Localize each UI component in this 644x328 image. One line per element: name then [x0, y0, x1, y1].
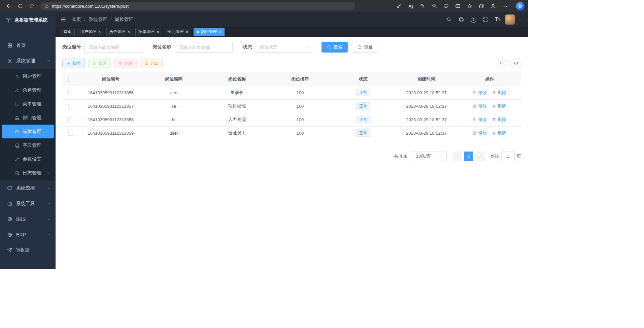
close-icon[interactable]: ×: [128, 30, 130, 34]
fullscreen-button[interactable]: [481, 15, 490, 24]
heart-pulse-icon: [443, 3, 449, 9]
url-text: https://ccnetcore.com:1101/system/post: [52, 4, 129, 9]
chevron-right-icon: [478, 154, 482, 158]
fullscreen-icon: [483, 17, 488, 22]
back-icon: [6, 3, 12, 9]
next-page-button[interactable]: [475, 152, 485, 161]
sidebar-item-erp[interactable]: ERP: [0, 227, 56, 242]
sidebar-item-monitoring[interactable]: 系统监控: [0, 181, 56, 196]
page-size-select[interactable]: 10条/页: [412, 152, 447, 161]
delete-button[interactable]: 删除: [114, 59, 137, 68]
export-button[interactable]: 导出: [140, 59, 163, 68]
post-code-input[interactable]: [84, 42, 142, 53]
sidebar-item-bbs[interactable]: BBS: [0, 211, 56, 227]
prev-page-button[interactable]: [452, 152, 462, 161]
sidebar-item-departments[interactable]: 部门管理: [0, 111, 56, 125]
collections-button[interactable]: [476, 1, 487, 11]
add-favorite-button[interactable]: [429, 1, 440, 11]
add-button[interactable]: 新增: [62, 59, 85, 68]
row-delete-link[interactable]: 删除: [492, 117, 506, 123]
browser-menu-button[interactable]: ⋯: [500, 1, 510, 11]
page-content: 岗位编号 岗位名称 状态 岗位状态: [56, 37, 528, 269]
tab-department-management[interactable]: 部门管理 ×: [165, 28, 192, 36]
user-avatar[interactable]: [505, 14, 515, 25]
sidebar-item-parameters[interactable]: 参数设置: [0, 152, 56, 166]
table-row: 1641030593112313856 ceo 董事长 100 正常 2023-…: [62, 86, 521, 99]
goto-page-input[interactable]: [501, 152, 515, 161]
row-delete-link[interactable]: 删除: [492, 90, 506, 96]
tab-home[interactable]: 首页: [61, 28, 75, 36]
breadcrumb-home[interactable]: 首页: [72, 17, 81, 23]
select-all-checkbox[interactable]: [68, 77, 73, 82]
breadcrumb: 首页 / 系统管理 / 岗位管理: [72, 17, 134, 23]
close-icon[interactable]: ×: [98, 30, 101, 34]
row-edit-link[interactable]: 修改: [473, 130, 487, 136]
row-checkbox[interactable]: [68, 131, 73, 136]
browser-refresh-button[interactable]: [15, 1, 26, 11]
row-checkbox[interactable]: [68, 104, 73, 109]
cell-post-sort: 100: [269, 86, 332, 99]
edit-button[interactable]: 修改: [88, 59, 111, 68]
status-select[interactable]: 岗位状态: [256, 42, 313, 53]
browser-back-button[interactable]: [3, 1, 14, 11]
site-lock-icon[interactable]: [44, 4, 49, 8]
toolbar-divider: [513, 3, 513, 9]
sidebar-item-label: 系统工具: [16, 201, 35, 207]
row-edit-link[interactable]: 修改: [473, 103, 487, 109]
browser-home-button[interactable]: [26, 1, 37, 11]
edit-icon: [473, 104, 477, 108]
active-dot-icon: [197, 31, 199, 33]
close-icon[interactable]: ×: [186, 30, 189, 34]
sidebar-item-roles[interactable]: 角色管理: [0, 83, 56, 97]
browser-profile-button[interactable]: [488, 1, 499, 11]
sidebar-toggle-button[interactable]: [60, 17, 66, 23]
row-checkbox[interactable]: [68, 118, 73, 122]
tab-label: 菜单管理: [138, 29, 155, 35]
page-number-button[interactable]: 1: [464, 152, 473, 161]
row-checkbox[interactable]: [68, 91, 73, 95]
row-delete-link[interactable]: 删除: [492, 103, 506, 109]
row-edit-link[interactable]: 修改: [473, 117, 487, 123]
copilot-button[interactable]: b: [516, 2, 524, 10]
reset-button[interactable]: 重置: [352, 42, 378, 53]
sidebar-item-dictionary[interactable]: 字典管理: [0, 138, 56, 152]
breadcrumb-current: 岗位管理: [115, 17, 134, 23]
read-aloud-button[interactable]: A): [405, 1, 416, 11]
zoom-out-button[interactable]: [417, 1, 428, 11]
tab-menu-management[interactable]: 菜单管理 ×: [135, 28, 162, 36]
address-bar[interactable]: https://ccnetcore.com:1101/system/post: [40, 2, 355, 10]
toggle-search-button[interactable]: [497, 58, 507, 68]
search-button[interactable]: 搜索: [321, 42, 348, 53]
header-search-button[interactable]: [444, 15, 454, 24]
browser-toolbar-actions: A) ⋯ b: [394, 1, 524, 11]
row-delete-link[interactable]: 删除: [492, 130, 506, 136]
sidebar-item-logs[interactable]: 日志管理: [0, 166, 56, 180]
sidebar-item-system[interactable]: 系统管理: [0, 53, 56, 69]
tab-role-management[interactable]: 角色管理 ×: [106, 28, 133, 36]
sidebar-item-home[interactable]: 首页: [0, 38, 56, 53]
font-size-button[interactable]: TT: [493, 15, 502, 24]
split-screen-button[interactable]: [452, 1, 463, 11]
tab-post-management[interactable]: 岗位管理 ×: [194, 28, 225, 36]
sidebar-item-yi-framework[interactable]: Yi框架: [0, 242, 56, 258]
close-icon[interactable]: ×: [219, 30, 222, 34]
password-key-button[interactable]: [394, 1, 404, 11]
sidebar-item-posts[interactable]: 岗位管理: [2, 125, 54, 138]
chevron-up-icon: [47, 59, 51, 63]
docs-help-button[interactable]: ?: [469, 15, 478, 24]
favorites-button[interactable]: [464, 1, 475, 11]
cell-post-name: 项目经理: [205, 99, 269, 113]
sidebar-item-menus[interactable]: 菜单管理: [0, 97, 56, 111]
field-post-code: 岗位编号: [62, 42, 142, 53]
post-name-input[interactable]: [175, 42, 233, 53]
row-edit-link[interactable]: 修改: [473, 90, 487, 96]
sidebar-item-tools[interactable]: 系统工具: [0, 196, 56, 211]
sidebar-item-users[interactable]: 用户管理: [0, 69, 56, 83]
github-link-button[interactable]: [456, 15, 466, 24]
close-icon[interactable]: ×: [157, 30, 159, 34]
caret-down-icon[interactable]: [518, 18, 522, 22]
app-logo[interactable]: 意框架管理系统: [0, 12, 56, 28]
browser-essentials-button[interactable]: [441, 1, 451, 11]
refresh-table-button[interactable]: [511, 58, 521, 68]
tab-user-management[interactable]: 用户管理 ×: [77, 28, 104, 36]
